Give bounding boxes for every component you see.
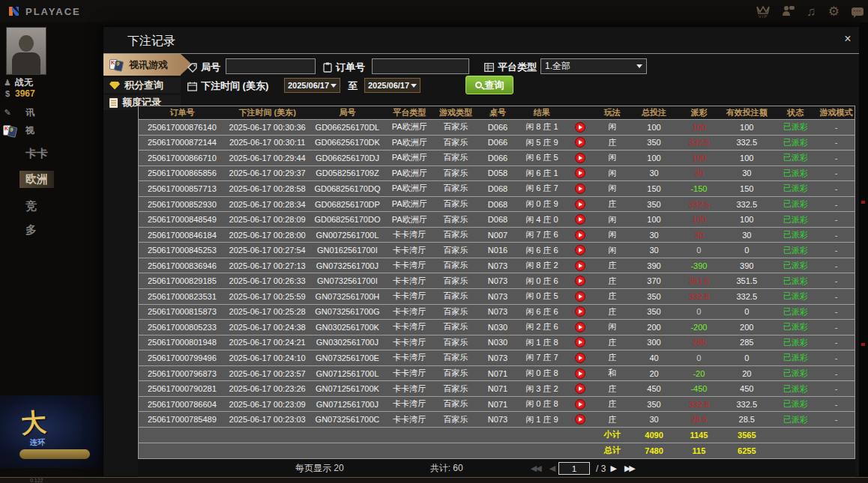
round-no: GD066256170DL [310, 120, 386, 135]
empty-cell [818, 443, 855, 458]
round-no-input[interactable] [226, 58, 316, 74]
bet-time: 2025-06-17 00:29:37 [226, 166, 310, 181]
replay-video-button[interactable] [575, 153, 585, 163]
column-header-result: 结果 [517, 106, 567, 119]
settings-gear-icon[interactable]: ⚙ [828, 5, 840, 18]
total-bet: 450 [631, 381, 678, 396]
replay-video-button[interactable] [575, 168, 585, 178]
replay-video-button[interactable] [575, 214, 585, 225]
platform-type-select[interactable]: 1.全部 [540, 58, 647, 74]
bet-type: 庄 [594, 412, 631, 427]
total-count-label: 共计: 60 [430, 462, 463, 475]
replay-video-button[interactable] [575, 122, 585, 133]
table-row: 2506170007866042025-06-17 00:23:09GN0712… [139, 397, 855, 413]
bg-menu-item-duo[interactable]: 多 [25, 223, 37, 237]
result: 闲 6 庄 1 [517, 166, 567, 181]
replay-video-button[interactable] [575, 383, 585, 394]
bg-menu-item-kaka[interactable]: 卡卡 [25, 147, 48, 161]
replay-video-button[interactable] [575, 322, 585, 332]
game-mode: - [818, 243, 855, 258]
sidebar-tab-video-games[interactable]: K♥9 视讯游戏 [103, 54, 181, 76]
replay-video-button[interactable] [575, 261, 585, 271]
music-icon[interactable]: ♫ [807, 5, 816, 18]
query-button[interactable]: 查询 [465, 76, 513, 94]
brand-name: PLAYACE [25, 6, 81, 17]
replay [567, 350, 594, 365]
avatar[interactable] [6, 27, 46, 75]
playing-cards-icon: K♥9 [3, 125, 18, 137]
replay [567, 120, 594, 135]
table-row: 2506170008235312025-06-17 00:25:59GN0732… [139, 289, 855, 305]
table-footer: 小计409011453565总计74801156255 [139, 428, 855, 459]
table-no: N030 [478, 335, 517, 350]
replay-video-button[interactable] [575, 337, 585, 347]
replay-video-button[interactable] [575, 245, 585, 255]
table-row: 2506170008485492025-06-17 00:28:09GD0682… [139, 212, 855, 228]
username: 战无 [15, 76, 33, 89]
valid-bet: 0 [720, 243, 773, 258]
edit-row[interactable]: ✎ 讯 [3, 106, 34, 119]
play-icon [579, 340, 582, 344]
prev-page-icon[interactable]: ◀ [549, 464, 554, 473]
balance-value: 3967 [15, 88, 35, 99]
total-bet: 390 [631, 258, 678, 273]
replay-video-button[interactable] [575, 306, 585, 317]
game-type: 百家乐 [433, 258, 478, 273]
platform-type-label-group: 平台类型 [484, 61, 537, 74]
close-icon[interactable]: × [841, 32, 855, 46]
sidebar-tab-points-query[interactable]: 积分查询 [103, 78, 181, 93]
valid-bet: 100 [720, 151, 773, 165]
order-no-input[interactable] [372, 58, 469, 74]
replay-video-button[interactable] [575, 291, 585, 302]
bg-menu-item-europe[interactable]: 欧洲 [19, 171, 54, 188]
promo-banner[interactable]: 大 连环 [0, 395, 103, 468]
moderator-chat-icon[interactable] [782, 4, 795, 18]
platform-type: PA欧洲厅 [385, 120, 433, 135]
bet-time: 2025-06-17 00:24:10 [226, 350, 310, 365]
total-bet: 350 [631, 136, 678, 151]
replay-video-button[interactable] [575, 414, 585, 425]
video-games-row[interactable]: K♥9 视 [3, 124, 34, 137]
valid-bet: 285 [720, 335, 773, 350]
replay-video-button[interactable] [575, 368, 585, 379]
next-page-icon[interactable]: ▶ [610, 464, 615, 473]
replay-video-button[interactable] [575, 137, 585, 148]
platform-type: 卡卡湾厅 [385, 350, 433, 365]
replay-video-button[interactable] [575, 276, 585, 286]
replay-video-button[interactable] [575, 199, 585, 210]
date-to-picker[interactable]: 2025/06/17 [364, 78, 421, 93]
round-no: GN0732561700G [310, 305, 386, 320]
date-from-picker[interactable]: 2025/06/17 [284, 78, 340, 93]
page-number-input[interactable] [558, 462, 590, 475]
vip-icon[interactable]: VIP [756, 4, 770, 19]
bg-menu-item-jing[interactable]: 竞 [25, 199, 37, 213]
bet-type: 庄 [594, 335, 631, 350]
document-icon [109, 98, 118, 108]
platform-type: 卡卡湾厅 [385, 335, 433, 350]
game-type: 百家乐 [433, 305, 478, 320]
result: 闲 2 庄 6 [517, 320, 567, 335]
table-no: D066 [478, 151, 517, 165]
result: 闲 0 庄 9 [517, 197, 567, 212]
replay-video-button[interactable] [575, 399, 585, 410]
column-header-replay [567, 106, 594, 119]
chat-icon[interactable]: ··· [852, 7, 864, 16]
bet-type: 闲 [594, 228, 631, 243]
play-icon [579, 402, 582, 407]
chevron-down-icon [411, 84, 417, 88]
game-mode: - [818, 258, 855, 273]
replay-video-button[interactable] [575, 230, 585, 240]
last-page-icon[interactable]: ▶▶ [624, 464, 634, 473]
total-row: 总计74801156255 [139, 443, 855, 459]
table-no: D068 [478, 212, 517, 227]
promo-pill [19, 449, 90, 459]
column-header-order-id: 订单号 [139, 106, 226, 119]
bet-time: 2025-06-17 00:24:21 [226, 335, 310, 350]
replay-video-button[interactable] [575, 183, 585, 194]
bet-time: 2025-06-17 00:29:44 [226, 151, 310, 165]
total-bet: 350 [631, 397, 678, 412]
first-page-icon[interactable]: ◀◀ [531, 464, 540, 473]
brand-logo[interactable]: PLAYACE [7, 4, 81, 18]
platform-type: 卡卡湾厅 [385, 412, 433, 427]
replay-video-button[interactable] [575, 353, 585, 363]
